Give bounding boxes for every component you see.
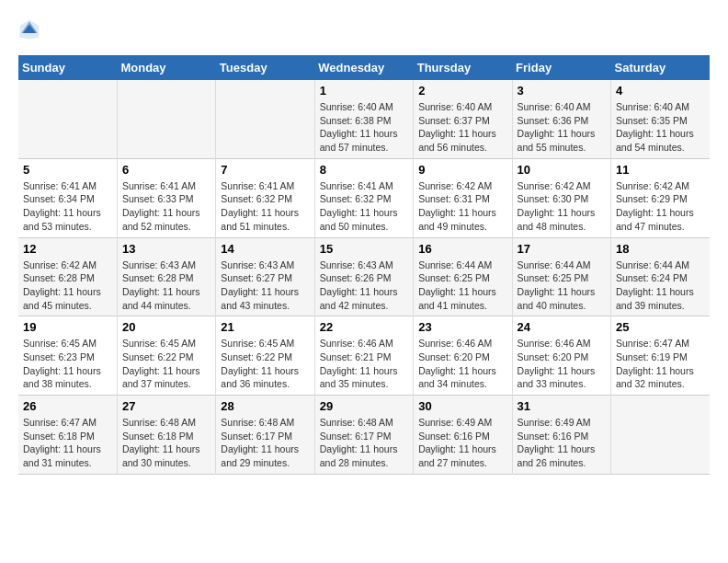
day-info: Sunrise: 6:41 AM Sunset: 6:32 PM Dayligh… — [320, 179, 408, 234]
weekday-header-saturday: Saturday — [611, 55, 710, 80]
day-cell: 29Sunrise: 6:48 AM Sunset: 6:17 PM Dayli… — [314, 396, 413, 475]
day-cell: 8Sunrise: 6:41 AM Sunset: 6:32 PM Daylig… — [314, 158, 413, 237]
day-cell: 27Sunrise: 6:48 AM Sunset: 6:18 PM Dayli… — [117, 396, 215, 475]
week-row-3: 12Sunrise: 6:42 AM Sunset: 6:28 PM Dayli… — [18, 237, 710, 316]
day-number: 6 — [122, 163, 210, 177]
day-cell: 3Sunrise: 6:40 AM Sunset: 6:36 PM Daylig… — [512, 80, 610, 158]
day-info: Sunrise: 6:46 AM Sunset: 6:21 PM Dayligh… — [320, 337, 408, 391]
day-number: 12 — [23, 242, 112, 256]
day-cell: 28Sunrise: 6:48 AM Sunset: 6:17 PM Dayli… — [216, 396, 314, 475]
day-info: Sunrise: 6:42 AM Sunset: 6:31 PM Dayligh… — [418, 179, 506, 234]
day-number: 15 — [320, 242, 408, 256]
week-row-4: 19Sunrise: 6:45 AM Sunset: 6:23 PM Dayli… — [18, 316, 710, 396]
day-cell — [117, 80, 215, 158]
logo — [18, 18, 44, 40]
day-info: Sunrise: 6:41 AM Sunset: 6:34 PM Dayligh… — [23, 179, 112, 234]
day-number: 21 — [221, 320, 309, 334]
weekday-header-friday: Friday — [512, 55, 610, 80]
day-info: Sunrise: 6:40 AM Sunset: 6:36 PM Dayligh… — [518, 100, 606, 155]
day-info: Sunrise: 6:42 AM Sunset: 6:29 PM Dayligh… — [616, 179, 705, 234]
day-number: 19 — [23, 320, 112, 334]
day-cell: 26Sunrise: 6:47 AM Sunset: 6:18 PM Dayli… — [18, 396, 117, 475]
day-number: 7 — [221, 163, 309, 177]
day-cell: 16Sunrise: 6:44 AM Sunset: 6:25 PM Dayli… — [414, 237, 512, 316]
day-number: 16 — [418, 242, 506, 256]
day-info: Sunrise: 6:42 AM Sunset: 6:30 PM Dayligh… — [518, 179, 606, 234]
day-number: 8 — [320, 163, 408, 177]
weekday-header-sunday: Sunday — [18, 55, 117, 80]
day-info: Sunrise: 6:48 AM Sunset: 6:17 PM Dayligh… — [320, 416, 408, 470]
day-info: Sunrise: 6:43 AM Sunset: 6:27 PM Dayligh… — [221, 259, 309, 313]
day-number: 2 — [418, 84, 506, 98]
day-cell: 15Sunrise: 6:43 AM Sunset: 6:26 PM Dayli… — [314, 237, 413, 316]
day-number: 26 — [23, 399, 112, 413]
day-cell: 12Sunrise: 6:42 AM Sunset: 6:28 PM Dayli… — [18, 237, 117, 316]
day-info: Sunrise: 6:41 AM Sunset: 6:33 PM Dayligh… — [122, 179, 210, 234]
week-row-2: 5Sunrise: 6:41 AM Sunset: 6:34 PM Daylig… — [18, 158, 710, 237]
day-cell — [18, 80, 117, 158]
day-number: 14 — [221, 242, 309, 256]
day-info: Sunrise: 6:44 AM Sunset: 6:24 PM Dayligh… — [616, 259, 705, 313]
day-number: 22 — [320, 320, 408, 334]
day-info: Sunrise: 6:46 AM Sunset: 6:20 PM Dayligh… — [518, 337, 606, 391]
day-number: 18 — [616, 242, 705, 256]
day-number: 9 — [418, 163, 506, 177]
day-info: Sunrise: 6:45 AM Sunset: 6:22 PM Dayligh… — [221, 337, 309, 391]
day-number: 20 — [122, 320, 210, 334]
day-info: Sunrise: 6:45 AM Sunset: 6:23 PM Dayligh… — [23, 337, 112, 391]
day-number: 27 — [122, 399, 210, 413]
day-number: 30 — [418, 399, 506, 413]
day-info: Sunrise: 6:42 AM Sunset: 6:28 PM Dayligh… — [23, 259, 112, 313]
day-info: Sunrise: 6:47 AM Sunset: 6:19 PM Dayligh… — [616, 337, 705, 391]
weekday-header-tuesday: Tuesday — [216, 55, 314, 80]
day-info: Sunrise: 6:46 AM Sunset: 6:20 PM Dayligh… — [418, 337, 506, 391]
day-cell: 30Sunrise: 6:49 AM Sunset: 6:16 PM Dayli… — [414, 396, 512, 475]
day-cell — [216, 80, 314, 158]
day-number: 4 — [616, 84, 705, 98]
day-number: 23 — [418, 320, 506, 334]
day-info: Sunrise: 6:43 AM Sunset: 6:28 PM Dayligh… — [122, 259, 210, 313]
day-cell: 7Sunrise: 6:41 AM Sunset: 6:32 PM Daylig… — [216, 158, 314, 237]
day-number: 10 — [518, 163, 606, 177]
day-info: Sunrise: 6:41 AM Sunset: 6:32 PM Dayligh… — [221, 179, 309, 234]
day-cell: 20Sunrise: 6:45 AM Sunset: 6:22 PM Dayli… — [117, 316, 215, 396]
day-info: Sunrise: 6:43 AM Sunset: 6:26 PM Dayligh… — [320, 259, 408, 313]
day-info: Sunrise: 6:47 AM Sunset: 6:18 PM Dayligh… — [23, 416, 112, 470]
day-cell: 4Sunrise: 6:40 AM Sunset: 6:35 PM Daylig… — [611, 80, 710, 158]
page-header — [18, 18, 710, 40]
day-cell: 9Sunrise: 6:42 AM Sunset: 6:31 PM Daylig… — [414, 158, 512, 237]
day-info: Sunrise: 6:48 AM Sunset: 6:17 PM Dayligh… — [221, 416, 309, 470]
day-cell: 24Sunrise: 6:46 AM Sunset: 6:20 PM Dayli… — [512, 316, 610, 396]
logo-icon — [18, 18, 40, 40]
day-number: 29 — [320, 399, 408, 413]
day-cell: 21Sunrise: 6:45 AM Sunset: 6:22 PM Dayli… — [216, 316, 314, 396]
day-info: Sunrise: 6:40 AM Sunset: 6:37 PM Dayligh… — [418, 100, 506, 155]
day-cell: 1Sunrise: 6:40 AM Sunset: 6:38 PM Daylig… — [314, 80, 413, 158]
day-number: 25 — [616, 320, 705, 334]
calendar-table: SundayMondayTuesdayWednesdayThursdayFrid… — [18, 55, 710, 475]
day-number: 13 — [122, 242, 210, 256]
day-info: Sunrise: 6:49 AM Sunset: 6:16 PM Dayligh… — [418, 416, 506, 470]
week-row-5: 26Sunrise: 6:47 AM Sunset: 6:18 PM Dayli… — [18, 396, 710, 475]
day-info: Sunrise: 6:40 AM Sunset: 6:38 PM Dayligh… — [320, 100, 408, 155]
day-cell: 25Sunrise: 6:47 AM Sunset: 6:19 PM Dayli… — [611, 316, 710, 396]
weekday-header-wednesday: Wednesday — [314, 55, 413, 80]
day-cell: 17Sunrise: 6:44 AM Sunset: 6:25 PM Dayli… — [512, 237, 610, 316]
day-info: Sunrise: 6:49 AM Sunset: 6:16 PM Dayligh… — [518, 416, 606, 470]
day-cell: 14Sunrise: 6:43 AM Sunset: 6:27 PM Dayli… — [216, 237, 314, 316]
day-number: 11 — [616, 163, 705, 177]
day-info: Sunrise: 6:45 AM Sunset: 6:22 PM Dayligh… — [122, 337, 210, 391]
day-info: Sunrise: 6:44 AM Sunset: 6:25 PM Dayligh… — [418, 259, 506, 313]
day-info: Sunrise: 6:48 AM Sunset: 6:18 PM Dayligh… — [122, 416, 210, 470]
day-cell: 2Sunrise: 6:40 AM Sunset: 6:37 PM Daylig… — [414, 80, 512, 158]
day-number: 24 — [518, 320, 606, 334]
day-cell: 22Sunrise: 6:46 AM Sunset: 6:21 PM Dayli… — [314, 316, 413, 396]
day-info: Sunrise: 6:40 AM Sunset: 6:35 PM Dayligh… — [616, 100, 705, 155]
day-cell — [611, 396, 710, 475]
day-cell: 10Sunrise: 6:42 AM Sunset: 6:30 PM Dayli… — [512, 158, 610, 237]
day-cell: 6Sunrise: 6:41 AM Sunset: 6:33 PM Daylig… — [117, 158, 215, 237]
day-cell: 19Sunrise: 6:45 AM Sunset: 6:23 PM Dayli… — [18, 316, 117, 396]
day-cell: 11Sunrise: 6:42 AM Sunset: 6:29 PM Dayli… — [611, 158, 710, 237]
day-info: Sunrise: 6:44 AM Sunset: 6:25 PM Dayligh… — [518, 259, 606, 313]
day-cell: 18Sunrise: 6:44 AM Sunset: 6:24 PM Dayli… — [611, 237, 710, 316]
